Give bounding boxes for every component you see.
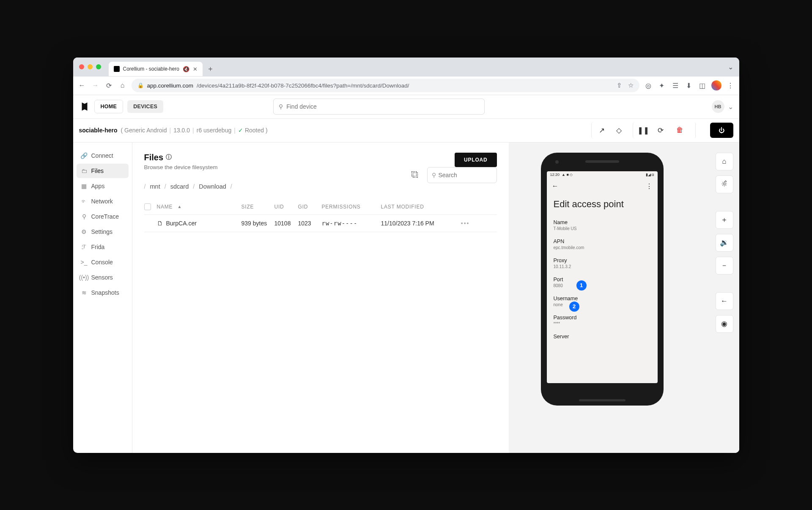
sidebar-item-label: Files [91, 167, 104, 174]
extension-icon-1[interactable]: ◎ [644, 82, 653, 90]
annotation-marker: 1 [576, 280, 587, 291]
breadcrumb: /mnt/sdcard/Download/ [144, 183, 232, 190]
row-menu-icon[interactable]: ••• [453, 220, 470, 227]
breadcrumb-segment[interactable]: Download [199, 183, 226, 190]
find-device-input[interactable]: ⚲ [273, 99, 485, 115]
chevron-down-icon[interactable]: ⌄ [728, 103, 733, 111]
forward-button[interactable]: → [91, 82, 100, 89]
sidebar-item-connect[interactable]: 🔗Connect [77, 148, 129, 163]
tab-mute-icon[interactable]: 🔇 [183, 66, 189, 72]
rotate-icon[interactable]: ◇ [611, 122, 628, 139]
volume-icon[interactable]: 🔉 [716, 234, 733, 252]
sidebar-item-console[interactable]: >_Console [77, 255, 129, 269]
sidebar-item-apps[interactable]: ▦Apps [77, 179, 129, 193]
file-name: BurpCA.cer [166, 220, 197, 227]
chrome-menu-icon[interactable]: ⋮ [726, 82, 735, 90]
extensions-icon[interactable]: ✦ [657, 82, 667, 90]
phone-screen-title: Edit access point [547, 195, 658, 216]
sidebar-item-sensors[interactable]: ((•))Sensors [77, 270, 129, 285]
sidepanel-icon[interactable]: ◫ [698, 82, 707, 90]
sidebar-item-label: Connect [91, 152, 113, 159]
reading-list-icon[interactable]: ☰ [671, 82, 680, 90]
trash-icon[interactable]: 🗑 [672, 122, 689, 139]
col-gid[interactable]: GID [298, 204, 322, 210]
sidebar-item-files[interactable]: 🗀Files [77, 164, 129, 178]
reload-button[interactable]: ⟳ [104, 82, 114, 90]
favicon [114, 66, 120, 72]
sidebar-item-settings[interactable]: ⚙Settings [77, 225, 129, 239]
sidebar-item-label: CoreTrace [91, 213, 119, 220]
bookmark-icon[interactable]: ☆ [628, 82, 634, 89]
upload-button[interactable]: UPLOAD [455, 153, 497, 167]
breadcrumb-segment[interactable]: sdcard [170, 183, 189, 190]
search-files-input[interactable]: ⚲ [427, 167, 497, 183]
browser-tab[interactable]: Corellium - sociable-hero 🔇 ✕ [109, 62, 203, 76]
tab-close-icon[interactable]: ✕ [193, 66, 198, 72]
frida-icon: ℱ [81, 244, 88, 250]
sidebar-item-label: Settings [91, 228, 113, 235]
share-icon[interactable]: ⇧ [617, 82, 622, 89]
phone-menu-icon[interactable]: ⋮ [646, 182, 653, 190]
power-button[interactable]: ⏻ [710, 123, 733, 138]
downloads-icon[interactable]: ⬇ [684, 82, 694, 90]
wifi-icon: ᯤ [81, 198, 88, 205]
lock-icon: 🔒 [137, 82, 144, 88]
search-icon: ⚲ [81, 213, 88, 220]
zoom-out-icon[interactable]: － [716, 257, 733, 274]
search-icon: ⚲ [279, 103, 283, 110]
grid-icon: ▦ [81, 183, 88, 189]
home-button[interactable]: ⌂ [118, 82, 127, 89]
copy-path-icon[interactable]: ⿻ [408, 167, 423, 183]
tab-title: Corellium - sociable-hero [123, 66, 179, 72]
col-name[interactable]: NAME▲ [157, 204, 241, 210]
device-back-icon[interactable]: ← [716, 292, 733, 310]
device-upload-icon[interactable]: ☼̂ [716, 175, 733, 193]
window-minimize[interactable] [88, 64, 93, 69]
sidebar-item-frida[interactable]: ℱFrida [77, 240, 129, 254]
select-all-checkbox[interactable] [144, 203, 151, 210]
sidebar-item-label: Frida [91, 244, 105, 250]
open-external-icon[interactable]: ↗ [591, 122, 608, 139]
help-icon[interactable]: ⓘ [166, 154, 172, 161]
page-subtitle: Browse the device filesystem [144, 164, 218, 170]
device-home-icon[interactable]: ⌂ [716, 153, 733, 170]
apn-field[interactable]: Port8080 [547, 273, 658, 292]
profile-avatar[interactable] [711, 80, 721, 90]
apn-field[interactable]: Proxy10.11.3.2 [547, 254, 658, 273]
col-modified[interactable]: LAST MODIFIED [381, 204, 453, 210]
zoom-in-icon[interactable]: ＋ [716, 211, 733, 229]
window-maximize[interactable] [96, 64, 101, 69]
corellium-logo[interactable] [79, 101, 90, 112]
apn-field[interactable]: Password**** [547, 311, 658, 330]
sidebar-item-label: Apps [91, 183, 105, 189]
fingerprint-icon[interactable]: ◉ [716, 315, 733, 333]
new-tab-button[interactable]: ＋ [207, 64, 214, 74]
pause-icon[interactable]: ❚❚ [633, 122, 650, 139]
sidebar-item-network[interactable]: ᯤNetwork [77, 194, 129, 208]
nav-devices[interactable]: DEVICES [127, 100, 163, 113]
folder-icon: 🗀 [81, 167, 88, 174]
col-uid[interactable]: UID [274, 204, 298, 210]
annotation-marker: 2 [569, 302, 579, 312]
url-field[interactable]: 🔒 app.corellium.com/devices/4a211a9b-8f2… [132, 79, 639, 92]
window-close[interactable] [79, 64, 84, 69]
page-title: Files ⓘ [144, 153, 218, 162]
col-permissions[interactable]: PERMISSIONS [322, 204, 381, 210]
phone-back-icon[interactable]: ← [552, 182, 559, 190]
back-button[interactable]: ← [77, 82, 87, 89]
apn-field[interactable]: APNepc.tmobile.com [547, 235, 658, 254]
apn-field[interactable]: Usernamenone [547, 292, 658, 311]
col-size[interactable]: SIZE [241, 204, 274, 210]
user-avatar[interactable]: HB [712, 100, 724, 113]
tab-overflow-icon[interactable]: ⌄ [728, 63, 733, 71]
nav-home[interactable]: HOME [94, 100, 123, 113]
refresh-icon[interactable]: ⟳ [652, 122, 669, 139]
breadcrumb-segment[interactable]: mnt [150, 183, 160, 190]
sidebar-item-snapshots[interactable]: ≋Snapshots [77, 285, 129, 300]
sidebar-item-coretrace[interactable]: ⚲CoreTrace [77, 209, 129, 224]
apn-field[interactable]: NameT-Mobile US [547, 216, 658, 235]
apn-field[interactable]: Server [547, 330, 658, 344]
device-name: sociable-hero [79, 127, 118, 134]
table-row[interactable]: 🗋BurpCA.cer939 bytes101081023rw-rw----11… [144, 215, 497, 232]
search-icon: ⚲ [432, 172, 436, 178]
